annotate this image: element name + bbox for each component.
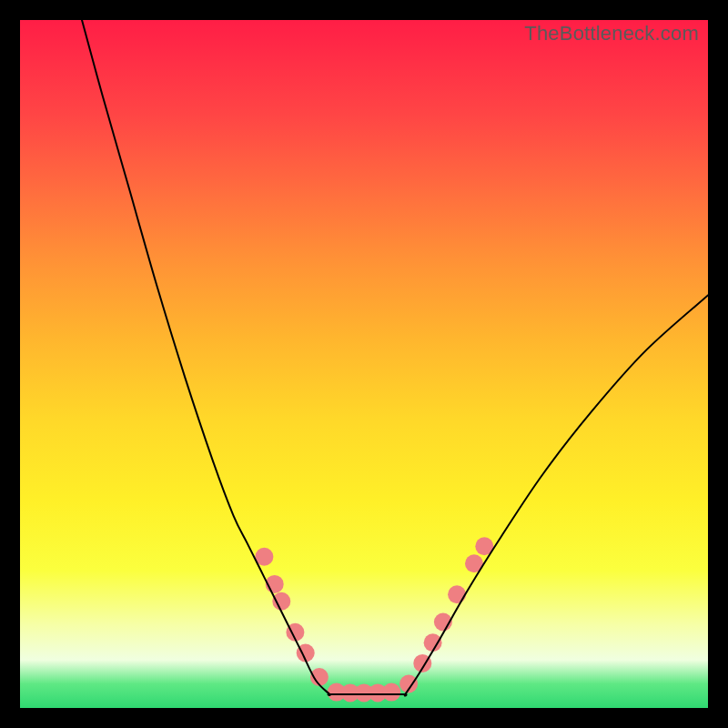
marker-dot (448, 585, 466, 603)
marker-dot (272, 592, 290, 611)
chart-stage: TheBottleneck.com (0, 0, 728, 728)
bottleneck-curve (82, 20, 708, 696)
plot-area: TheBottleneck.com (20, 20, 708, 708)
attribution-label: TheBottleneck.com (524, 22, 699, 46)
curve-layer (20, 20, 708, 708)
marker-dot (424, 633, 442, 652)
marker-dot (382, 683, 400, 702)
marker-dots (255, 537, 493, 702)
